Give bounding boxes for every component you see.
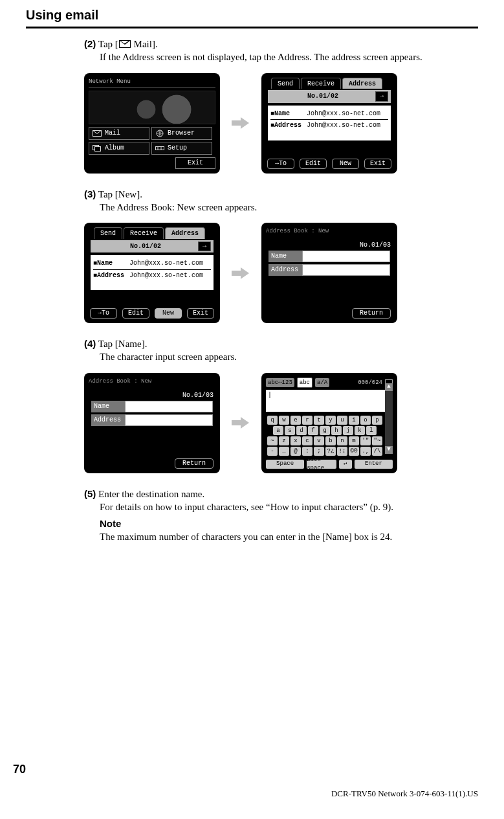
step-4-line1: Tap [Name]. bbox=[98, 339, 148, 349]
kb-key[interactable]: ?¿ bbox=[325, 447, 336, 456]
kb-key[interactable]: v bbox=[314, 436, 324, 445]
address-to-button[interactable]: →To bbox=[90, 308, 117, 319]
kb-key[interactable]: c bbox=[302, 436, 312, 445]
ab-return-button[interactable]: Return bbox=[175, 458, 214, 469]
address-exit-button[interactable]: Exit bbox=[187, 308, 214, 319]
addr-name-label: ■Name bbox=[93, 259, 126, 268]
tab-receive[interactable]: Receive bbox=[301, 78, 341, 89]
tab-receive[interactable]: Receive bbox=[124, 227, 164, 239]
step-4-number: (4) bbox=[84, 338, 96, 349]
kb-key[interactable]: z bbox=[279, 436, 289, 445]
kb-key[interactable]: l bbox=[366, 426, 377, 435]
kb-key[interactable]: '" bbox=[360, 436, 371, 445]
ab-return-button[interactable]: Return bbox=[352, 308, 391, 319]
kb-key[interactable]: x bbox=[290, 436, 301, 445]
addr-name-value: John@xxx.so-net.com bbox=[307, 109, 380, 118]
nm-mail-button[interactable]: Mail bbox=[89, 127, 149, 140]
kb-key[interactable]: t bbox=[314, 416, 324, 425]
kb-scrollbar[interactable]: ▲ ▼ bbox=[385, 383, 393, 454]
kb-key[interactable]: @ bbox=[290, 447, 301, 456]
kb-key[interactable]: : bbox=[302, 447, 312, 456]
kb-enter-key[interactable]: Enter bbox=[355, 460, 393, 469]
kb-text-input[interactable]: | bbox=[266, 390, 393, 412]
arrow-icon bbox=[232, 415, 250, 431]
screen-keyboard: abc↔123 abc a/A 000/024 | ▲ ▼ qwertyuiop… bbox=[261, 373, 397, 473]
kb-key[interactable]: b bbox=[325, 436, 336, 445]
ab-address-input[interactable] bbox=[125, 414, 213, 426]
kb-key[interactable]: n bbox=[337, 436, 347, 445]
kb-key[interactable]: "~ bbox=[372, 436, 382, 445]
kb-key[interactable]: j bbox=[343, 426, 353, 435]
kb-key[interactable]: r bbox=[302, 416, 312, 425]
kb-row-1: qwertyuiop bbox=[266, 416, 384, 425]
kb-backspace-key[interactable]: Back space bbox=[307, 460, 336, 469]
kb-key[interactable]: ., bbox=[360, 447, 371, 456]
kb-key[interactable]: ; bbox=[314, 447, 324, 456]
tab-address[interactable]: Address bbox=[165, 227, 205, 239]
arrow-icon bbox=[232, 265, 250, 281]
address-to-button[interactable]: →To bbox=[267, 159, 294, 169]
kb-key[interactable]: o bbox=[360, 416, 371, 425]
address-new-button-highlighted[interactable]: New bbox=[155, 308, 182, 319]
nm-globe-art bbox=[89, 91, 215, 124]
address-exit-button[interactable]: Exit bbox=[364, 159, 391, 169]
kb-key[interactable]: e bbox=[290, 416, 301, 425]
nm-browser-button[interactable]: Browser bbox=[151, 127, 212, 140]
kb-key[interactable]: u bbox=[337, 416, 347, 425]
kb-key[interactable]: i bbox=[349, 416, 359, 425]
nm-browser-label: Browser bbox=[168, 129, 195, 138]
kb-key[interactable]: ©® bbox=[349, 447, 359, 456]
kb-space-key[interactable]: Space bbox=[266, 460, 304, 469]
kb-key[interactable]: p bbox=[372, 416, 382, 425]
kb-key[interactable]: k bbox=[355, 426, 365, 435]
ab-page-indicator: No.01/03 bbox=[182, 391, 214, 400]
kb-key[interactable]: /\ bbox=[372, 447, 382, 456]
kb-key[interactable]: a bbox=[273, 426, 283, 435]
screen-addressbook-new: Address Book : New No.01/03 Name Address… bbox=[261, 223, 397, 323]
kb-key[interactable]: d bbox=[296, 426, 307, 435]
tab-send[interactable]: Send bbox=[271, 78, 300, 89]
address-next-arrow[interactable]: → bbox=[375, 91, 388, 102]
kb-key[interactable]: y bbox=[325, 416, 336, 425]
kb-return-key[interactable]: ↵ bbox=[339, 460, 352, 469]
scroll-up-icon[interactable]: ▲ bbox=[385, 383, 393, 391]
step-4: (4) Tap [Name]. The character input scre… bbox=[84, 337, 478, 364]
kb-key[interactable]: q bbox=[267, 416, 278, 425]
kb-mode-toggle[interactable]: abc↔123 bbox=[266, 378, 294, 387]
screen-address: Send Receive Address No.01/02 → ■Name Jo… bbox=[261, 73, 397, 174]
tab-address[interactable]: Address bbox=[342, 78, 382, 89]
kb-mode-abc[interactable]: abc bbox=[297, 377, 312, 388]
svg-rect-3 bbox=[95, 146, 101, 151]
scroll-down-icon[interactable]: ▼ bbox=[385, 446, 393, 454]
address-page-indicator: No.01/02 bbox=[130, 242, 161, 251]
address-new-button[interactable]: New bbox=[332, 159, 359, 169]
nm-exit-button[interactable]: Exit bbox=[175, 157, 215, 169]
address-edit-button[interactable]: Edit bbox=[122, 308, 149, 319]
ab-address-input[interactable] bbox=[302, 264, 390, 276]
step-2-line1a: Tap [ bbox=[98, 39, 118, 49]
kb-key[interactable]: s bbox=[285, 426, 295, 435]
nm-setup-button[interactable]: Setup bbox=[151, 142, 212, 155]
step-5: (5) Enter the destination name. For deta… bbox=[84, 488, 478, 544]
ab-name-input[interactable] bbox=[302, 251, 390, 262]
step-4-body: The character input screen appears. bbox=[100, 350, 478, 363]
kb-key[interactable]: f bbox=[308, 426, 318, 435]
address-next-arrow[interactable]: → bbox=[198, 241, 211, 252]
kb-key[interactable]: g bbox=[320, 426, 330, 435]
ab-name-input[interactable] bbox=[125, 401, 213, 412]
nm-album-button[interactable]: Album bbox=[89, 142, 149, 155]
kb-mode-case[interactable]: a/A bbox=[315, 378, 329, 387]
kb-key[interactable]: w bbox=[279, 416, 289, 425]
text-cursor: | bbox=[268, 391, 272, 400]
kb-key[interactable]: _ bbox=[279, 447, 289, 456]
title-rule bbox=[26, 27, 478, 28]
ab-name-label: Name bbox=[268, 251, 302, 262]
kb-key[interactable]: h bbox=[331, 426, 342, 435]
tab-send[interactable]: Send bbox=[94, 227, 122, 239]
ab-address-label: Address bbox=[91, 414, 125, 426]
address-edit-button[interactable]: Edit bbox=[300, 159, 327, 169]
kb-key[interactable]: ~ bbox=[267, 436, 278, 445]
kb-key[interactable]: - bbox=[267, 447, 278, 456]
kb-key[interactable]: !¡ bbox=[337, 447, 347, 456]
kb-key[interactable]: m bbox=[349, 436, 359, 445]
